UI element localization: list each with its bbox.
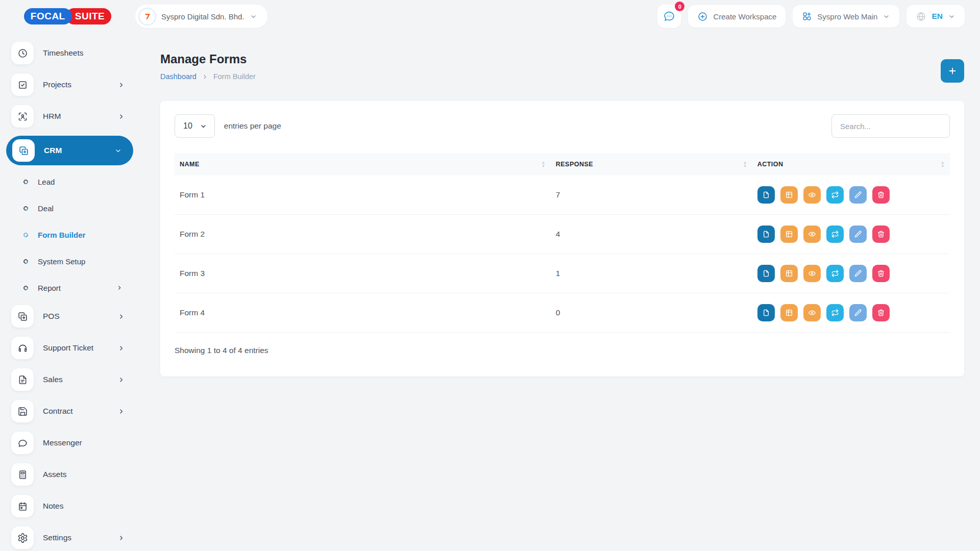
sidebar-icon-box (11, 463, 34, 486)
messages-button[interactable]: 0 (657, 5, 681, 28)
sidebar-item-sales[interactable]: Sales (0, 367, 135, 392)
sync-button[interactable] (826, 304, 844, 321)
sidebar-item-settings[interactable]: Settings (0, 525, 135, 550)
document-button[interactable] (757, 265, 775, 282)
sidebar-item-support-ticket[interactable]: Support Ticket (0, 336, 135, 360)
view-button[interactable] (803, 226, 821, 243)
edit-button[interactable] (849, 186, 867, 204)
sidebar-item-contract[interactable]: Contract (0, 399, 135, 423)
sync-button[interactable] (826, 226, 844, 243)
breadcrumb-dashboard-link[interactable]: Dashboard (160, 72, 197, 81)
sidebar-item-label: POS (43, 312, 60, 321)
sidebar-icon-box (11, 368, 34, 391)
workspace-selector[interactable]: Syspro Digital Sdn. Bhd. (135, 5, 267, 28)
sidebar-item-label: Timesheets (43, 48, 84, 58)
chevron-right-icon (117, 313, 125, 320)
fields-button[interactable] (780, 186, 798, 204)
column-header-action[interactable]: ACTION ▲▼ (752, 153, 950, 176)
table-header-row: NAME ▲▼ RESPONSE ▲▼ ACTION ▲▼ (175, 153, 950, 176)
table-icon (785, 230, 793, 238)
entries-per-page-select[interactable]: 10 (175, 114, 215, 138)
fields-button[interactable] (780, 226, 798, 243)
sidebar-item-projects[interactable]: Projects (0, 72, 135, 97)
fields-button[interactable] (780, 304, 798, 321)
eye-icon (808, 230, 816, 238)
chevron-right-icon (117, 534, 125, 542)
workspace-name: Syspro Digital Sdn. Bhd. (161, 12, 244, 21)
create-workspace-label: Create Workspace (713, 12, 776, 21)
sidebar-item-system-setup[interactable]: System Setup (0, 251, 135, 271)
sync-icon (831, 269, 839, 278)
delete-button[interactable] (872, 226, 890, 243)
delete-button[interactable] (872, 304, 890, 321)
file-icon (762, 191, 770, 199)
add-form-button[interactable] (941, 59, 964, 83)
bullet-icon (22, 205, 29, 212)
check-square-icon (17, 80, 28, 90)
edit-button[interactable] (849, 226, 867, 243)
sidebar-subitem-label: Form Builder (38, 231, 85, 239)
sync-icon (831, 230, 839, 238)
table-icon (785, 269, 793, 278)
delete-button[interactable] (872, 265, 890, 282)
sidebar-item-hrm[interactable]: HRM (0, 104, 135, 129)
sort-icon: ▲▼ (542, 161, 546, 168)
create-workspace-button[interactable]: Create Workspace (688, 5, 786, 28)
edit-button[interactable] (849, 304, 867, 321)
page-header: Manage Forms Dashboard Form Builder (160, 51, 964, 83)
sidebar-item-crm[interactable]: CRM (6, 136, 133, 165)
entries-per-page-label: entries per page (224, 121, 281, 131)
edit-button[interactable] (849, 265, 867, 282)
document-button[interactable] (757, 186, 775, 204)
bullet-icon (22, 258, 29, 265)
sidebar-item-label: Notes (43, 502, 64, 511)
sidebar-item-assets[interactable]: Assets (0, 462, 135, 487)
sidebar-item-label: Assets (43, 470, 67, 479)
table-row: Form 31 (175, 254, 950, 293)
view-button[interactable] (803, 265, 821, 282)
plus-icon (947, 66, 958, 76)
table-icon (785, 191, 793, 199)
fields-button[interactable] (780, 265, 798, 282)
sidebar-item-label: Messenger (43, 438, 82, 447)
search-input[interactable] (831, 114, 950, 138)
sidebar-item-pos[interactable]: POS (0, 304, 135, 329)
actions-cell (752, 254, 950, 293)
messages-badge: 0 (675, 2, 684, 11)
sidebar-subitem-label: System Setup (38, 257, 85, 266)
sidebar-item-messenger[interactable]: Messenger (0, 431, 135, 455)
sidebar-item-deal[interactable]: Deal (0, 198, 135, 218)
sidebar-item-lead[interactable]: Lead (0, 171, 135, 192)
sidebar-item-report[interactable]: Report (0, 278, 135, 298)
delete-button[interactable] (872, 186, 890, 204)
bullet-icon (22, 285, 29, 291)
file-text-icon (17, 374, 28, 385)
language-selector[interactable]: EN (906, 5, 965, 28)
column-header-name[interactable]: NAME ▲▼ (175, 153, 551, 176)
view-button[interactable] (803, 186, 821, 204)
app-logo: FOCAL SUITE (0, 8, 135, 24)
sidebar-item-form-builder[interactable]: Form Builder (0, 224, 135, 245)
workspace-switcher[interactable]: Syspro Web Main (793, 5, 899, 28)
column-header-response[interactable]: RESPONSE ▲▼ (551, 153, 752, 176)
calculator-icon (17, 469, 28, 480)
sidebar-subitem-label: Report (38, 284, 61, 292)
main-content: Manage Forms Dashboard Form Builder 10 e… (135, 33, 980, 551)
response-count-cell: 7 (551, 176, 752, 215)
document-button[interactable] (757, 226, 775, 243)
document-button[interactable] (757, 304, 775, 321)
sidebar-item-label: HRM (43, 112, 61, 121)
actions-cell (752, 293, 950, 333)
action-buttons (757, 186, 945, 204)
sidebar-item-timesheets[interactable]: Timesheets (0, 41, 135, 65)
sidebar-item-label: Settings (43, 533, 71, 542)
eye-icon (808, 191, 816, 199)
sync-button[interactable] (826, 265, 844, 282)
action-buttons (757, 265, 945, 282)
view-button[interactable] (803, 304, 821, 321)
chevron-right-icon (116, 284, 123, 291)
bullet-icon (22, 179, 29, 185)
sidebar-item-notes[interactable]: Notes (0, 494, 135, 518)
sync-button[interactable] (826, 186, 844, 204)
sort-icon: ▲▼ (743, 161, 747, 168)
